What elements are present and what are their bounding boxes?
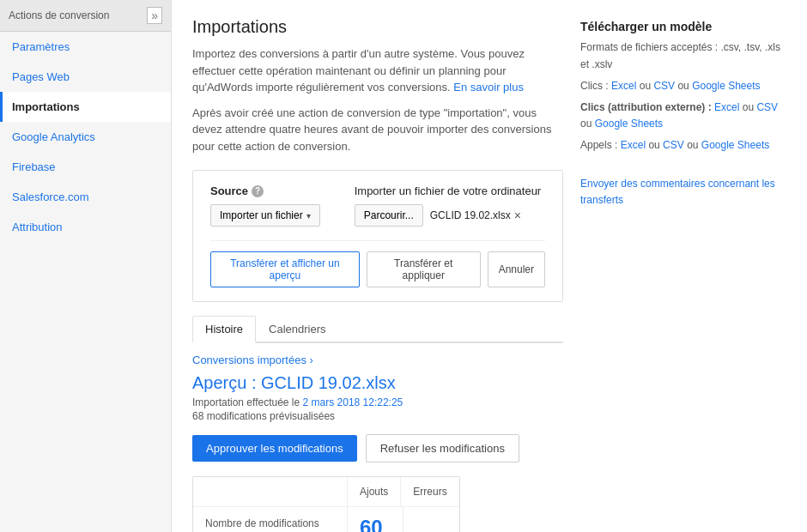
- sidebar-item-parametres[interactable]: Paramètres: [0, 32, 171, 62]
- clics-attr-csv-link[interactable]: CSV: [756, 101, 778, 113]
- chevron-down-icon: ▾: [306, 211, 311, 221]
- tab-calendriers[interactable]: Calendriers: [256, 316, 338, 343]
- clics-sheets-link[interactable]: Google Sheets: [692, 80, 760, 92]
- send-feedback-link[interactable]: Envoyer des commentaires concernant les …: [580, 178, 775, 206]
- source-help-icon[interactable]: ?: [252, 185, 264, 197]
- stats-body-row: Nombre de modifications attendues au niv…: [193, 506, 459, 532]
- page-title: Importations: [192, 17, 563, 37]
- import-date-info: Importation effectuée le 2 mars 2018 12:…: [192, 396, 563, 408]
- clics-excel-link[interactable]: Excel: [611, 80, 636, 92]
- action-buttons: Transférer et afficher un aperçu Transfé…: [210, 240, 545, 287]
- sidebar-header-title: Actions de conversion: [9, 9, 109, 21]
- sidebar: Actions de conversion » Paramètres Pages…: [0, 0, 172, 532]
- close-file-icon[interactable]: ×: [514, 209, 521, 222]
- clics-attr-excel-link[interactable]: Excel: [714, 101, 739, 113]
- file-name-text: GCLID 19.02.xlsx: [430, 209, 511, 221]
- appels-csv-link[interactable]: CSV: [663, 139, 684, 151]
- intro-paragraph: Importez des conversions à partir d'un a…: [192, 45, 563, 96]
- import-date-link[interactable]: 2 mars 2018 12:22:25: [303, 396, 404, 408]
- browse-button[interactable]: Parcourir...: [355, 204, 423, 227]
- file-upload-label: Importer un fichier de votre ordinateur: [355, 184, 542, 197]
- transfer-preview-button[interactable]: Transférer et afficher un aperçu: [210, 251, 360, 287]
- sidebar-item-importations[interactable]: Importations: [0, 92, 171, 122]
- conversions-importees-link[interactable]: Conversions importées ›: [192, 354, 313, 366]
- sidebar-header: Actions de conversion »: [0, 0, 171, 32]
- file-name-tag: GCLID 19.02.xlsx ×: [430, 209, 521, 222]
- sidebar-item-google-analytics[interactable]: Google Analytics: [0, 122, 171, 152]
- tabs-bar: Histoire Calendriers: [192, 316, 563, 343]
- refuse-button[interactable]: Refuser les modifications: [366, 434, 519, 462]
- sidebar-item-attribution[interactable]: Attribution: [0, 212, 171, 242]
- learn-more-link[interactable]: En savoir plus: [453, 81, 524, 94]
- stats-header-row: Ajouts Erreurs: [193, 477, 459, 506]
- apercu-title: Aperçu : GCLID 19.02.xlsx: [192, 373, 563, 393]
- cancel-button[interactable]: Annuler: [488, 251, 545, 287]
- import-file-button[interactable]: Importer un fichier ▾: [210, 204, 320, 227]
- clics-row: Clics : Excel ou CSV ou Google Sheets: [580, 78, 786, 94]
- sidebar-item-pages-web[interactable]: Pages Web: [0, 62, 171, 92]
- clics-attr-sheets-link[interactable]: Google Sheets: [595, 118, 663, 130]
- stats-ajouts-value: 60: [348, 507, 404, 532]
- tabs-section: Histoire Calendriers Conversions importé…: [192, 316, 563, 532]
- stats-body-label: Nombre de modifications attendues au niv…: [193, 507, 348, 532]
- source-box: Source ? Importer un fichier ▾ Importer …: [192, 170, 563, 302]
- sidebar-collapse-button[interactable]: »: [147, 7, 162, 24]
- source-section: Source ? Importer un fichier ▾: [210, 184, 320, 227]
- main-content: Importations Importez des conversions à …: [172, 0, 807, 532]
- transfer-apply-button[interactable]: Transférer et appliquer: [367, 251, 481, 287]
- intro-paragraph2: Après avoir créé une action de conversio…: [192, 105, 563, 155]
- clics-attr-row: Clics (attribution externe) : Excel ou C…: [580, 100, 786, 132]
- appels-excel-link[interactable]: Excel: [621, 139, 646, 151]
- modif-count: 68 modifications prévisualisées: [192, 410, 563, 422]
- stats-label-header: [193, 477, 348, 506]
- tab-histoire[interactable]: Histoire: [192, 316, 256, 343]
- stats-box: Ajouts Erreurs Nombre de modifications a…: [192, 476, 460, 532]
- stats-erreurs-header: Erreurs: [401, 477, 458, 506]
- sidebar-item-firebase[interactable]: Firebase: [0, 152, 171, 182]
- sidebar-item-salesforce[interactable]: Salesforce.com: [0, 182, 171, 212]
- apercu-file-name: GCLID 19.02.xlsx: [261, 373, 396, 392]
- file-upload-area: Importer un fichier de votre ordinateur …: [355, 184, 542, 227]
- appels-row: Appels : Excel ou CSV ou Google Sheets: [580, 137, 786, 154]
- clics-csv-link[interactable]: CSV: [653, 80, 675, 92]
- approve-row: Approuver les modifications Refuser les …: [192, 434, 563, 462]
- stats-ajouts-header: Ajouts: [348, 477, 401, 506]
- approve-button[interactable]: Approuver les modifications: [192, 435, 357, 462]
- right-panel-title: Télécharger un modèle: [580, 17, 786, 36]
- stats-erreurs-value: [404, 507, 458, 532]
- right-panel: Télécharger un modèle Formats de fichier…: [580, 17, 786, 209]
- source-label-text: Source: [210, 184, 248, 197]
- appels-sheets-link[interactable]: Google Sheets: [701, 139, 769, 151]
- formats-label: Formats de fichiers acceptés : .csv, .ts…: [580, 39, 786, 72]
